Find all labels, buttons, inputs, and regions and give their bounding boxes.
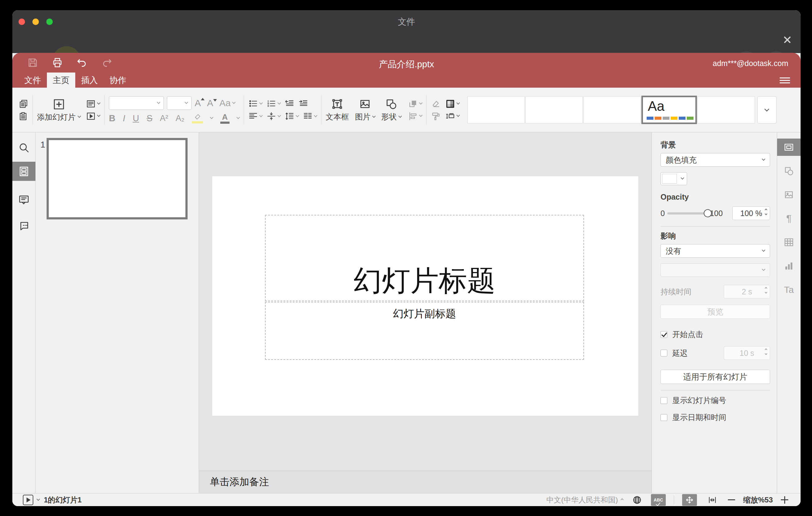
paste-icon[interactable] [19, 111, 28, 121]
show-slide-number-checkbox[interactable] [661, 397, 667, 404]
slide-thumbnail[interactable] [47, 138, 187, 220]
opacity-slider-knob[interactable] [704, 209, 712, 217]
comments-icon[interactable] [12, 190, 35, 209]
slide-settings-icon[interactable] [777, 139, 801, 156]
eraser-icon[interactable] [431, 99, 440, 109]
delay-spinner[interactable]: 10 s [724, 346, 770, 360]
duration-spinner[interactable]: 2 s [724, 285, 770, 298]
decrease-indent-icon[interactable] [285, 99, 294, 108]
set-language-globe-icon[interactable] [631, 494, 643, 506]
font-size-select[interactable] [167, 96, 192, 110]
delay-checkbox[interactable] [661, 350, 667, 356]
strikeout-button[interactable]: S [147, 113, 152, 123]
slide-title-text: 幻灯片标题 [353, 262, 495, 300]
opacity-max-label: 100 [710, 209, 723, 218]
show-date-time-label: 显示日期和时间 [672, 412, 726, 423]
line-spacing-icon[interactable] [285, 111, 299, 121]
arrange-shape-icon[interactable] [408, 99, 422, 109]
fit-to-slide-icon[interactable] [682, 494, 697, 506]
tab-home[interactable]: 主页 [47, 73, 75, 88]
opacity-spinner[interactable]: 100 % [732, 206, 770, 220]
columns-icon[interactable] [303, 111, 317, 121]
theme-slot-selected[interactable]: Aa [641, 96, 697, 124]
insert-textbox-button[interactable]: 文本框 [326, 98, 349, 122]
change-case-button[interactable]: Aa [219, 98, 235, 108]
show-slide-number-label: 显示幻灯片编号 [672, 395, 726, 405]
fill-color-picker[interactable] [661, 172, 687, 185]
slides-panel-icon[interactable] [12, 162, 35, 181]
notes-placeholder: 单击添加备注 [210, 475, 269, 489]
title-placeholder[interactable]: 幻灯片标题 [265, 215, 584, 301]
insert-shape-button[interactable]: 形状 [381, 98, 401, 122]
numbered-list-icon[interactable] [266, 99, 281, 108]
theme-gallery-expand-button[interactable] [757, 96, 777, 123]
paint-roller-icon[interactable] [431, 111, 440, 121]
theme-slot[interactable] [467, 96, 525, 123]
shape-settings-icon[interactable] [777, 162, 801, 180]
bullet-list-icon[interactable] [248, 99, 262, 108]
subscript-button[interactable]: A₂ [176, 114, 184, 123]
image-settings-icon[interactable] [777, 186, 801, 203]
vertical-align-icon[interactable] [266, 111, 281, 121]
textbox-icon [331, 98, 343, 110]
opacity-slider[interactable] [667, 212, 708, 214]
close-icon[interactable] [783, 35, 792, 45]
menu-icon[interactable] [780, 76, 790, 84]
theme-slot[interactable] [583, 96, 641, 123]
show-date-time-checkbox[interactable] [661, 414, 667, 421]
start-slideshow-button[interactable] [86, 111, 100, 121]
insert-image-button[interactable]: 图片 [355, 98, 375, 122]
chat-icon[interactable] [12, 216, 35, 235]
start-on-click-checkbox[interactable] [661, 331, 667, 338]
tab-insert[interactable]: 插入 [75, 73, 104, 88]
account-email: adm***@dootask.com [713, 59, 788, 68]
notes-area[interactable]: 单击添加备注 [199, 470, 651, 493]
language-select[interactable]: 中文(中华人民共和国) [546, 495, 623, 505]
start-slideshow-status-icon[interactable] [23, 495, 33, 505]
status-bar: 1的幻灯片1 中文(中华人民共和国) ABC 缩放%53 [12, 493, 801, 506]
font-name-select[interactable] [109, 96, 164, 110]
opacity-min-label: 0 [661, 209, 665, 218]
preview-button[interactable]: 预览 [661, 305, 770, 319]
chart-settings-icon[interactable] [777, 257, 801, 275]
spellcheck-icon[interactable]: ABC [651, 494, 666, 506]
slide-size-icon[interactable] [445, 111, 459, 121]
increase-indent-icon[interactable] [299, 99, 308, 108]
copy-icon[interactable] [19, 99, 28, 109]
fill-type-select[interactable]: 颜色填充 [661, 153, 770, 167]
slide-number: 1 [40, 140, 45, 150]
font-color-button[interactable]: A [220, 113, 230, 124]
apply-to-all-slides-button[interactable]: 适用于所有幻灯片 [661, 370, 770, 384]
effect-select[interactable]: 没有 [661, 244, 770, 258]
tab-file[interactable]: 文件 [19, 73, 47, 88]
decrease-font-button[interactable]: A [207, 98, 216, 108]
align-shape-icon[interactable] [408, 111, 422, 121]
theme-slot[interactable] [525, 96, 583, 123]
add-slide-button[interactable]: 添加幻灯片 [37, 98, 81, 122]
increase-font-button[interactable]: A [195, 98, 204, 108]
italic-button[interactable]: I [123, 113, 125, 123]
horizontal-align-icon[interactable] [248, 111, 262, 121]
duration-label: 持续时间 [661, 287, 691, 297]
effect-type-select[interactable] [661, 263, 770, 277]
zoom-out-icon[interactable] [728, 499, 735, 500]
zoom-in-icon[interactable] [781, 496, 788, 504]
slide-info: 1的幻灯片1 [44, 495, 82, 505]
slide-layout-button[interactable] [86, 99, 100, 109]
superscript-button[interactable]: A² [160, 114, 168, 123]
search-icon[interactable] [12, 138, 35, 157]
editor-area: 幻灯片标题 幻灯片副标题 单击添加备注 [199, 133, 651, 493]
theme-slot[interactable] [698, 96, 755, 123]
paragraph-settings-icon[interactable]: ¶ [777, 210, 801, 227]
tab-collaboration[interactable]: 协作 [104, 73, 132, 88]
opacity-label: Opacity [661, 193, 770, 202]
bold-button[interactable]: B [109, 113, 115, 123]
subtitle-placeholder[interactable]: 幻灯片副标题 [265, 302, 584, 360]
fit-to-width-icon[interactable] [705, 494, 720, 506]
underline-button[interactable]: U [133, 113, 139, 123]
slide-canvas[interactable]: 幻灯片标题 幻灯片副标题 [212, 176, 638, 416]
slide-theme-colors-icon[interactable] [445, 99, 459, 109]
highlight-color-button[interactable] [192, 113, 203, 123]
textart-settings-icon[interactable]: Ta [777, 281, 801, 298]
table-settings-icon[interactable] [777, 234, 801, 251]
